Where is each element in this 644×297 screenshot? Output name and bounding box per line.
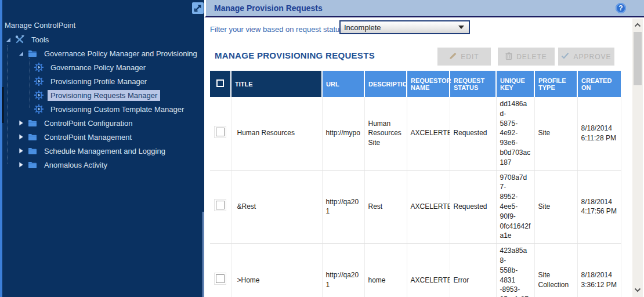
cell-description: Human Resources Site (364, 97, 407, 170)
scrollbar-thumb[interactable] (634, 32, 642, 85)
cell-requestor-name: AXCELERTES (407, 244, 450, 297)
cell-checkbox (210, 244, 231, 297)
table-row: Human Resourceshttp://mypoHuman Resource… (210, 97, 621, 170)
trash-icon (505, 52, 512, 61)
check-icon (561, 52, 569, 61)
cell-requestor-name: AXCELERTES (407, 170, 450, 244)
sidebar: Manage ControlPoint Tools Governance Pol… (0, 0, 204, 297)
scroll-down-icon[interactable] (632, 284, 643, 296)
cell-profile-type: Site (534, 97, 577, 170)
sidebar-item-label: Provisioning Profile Manager (48, 76, 150, 87)
select-all-checkbox[interactable] (216, 79, 224, 87)
gear-icon (34, 77, 44, 86)
cell-url: http://mypo (322, 97, 364, 170)
column-header-url[interactable]: URL (322, 71, 364, 97)
sidebar-item-label: Schedule Management and Logging (41, 146, 168, 157)
column-header-created-on[interactable]: CREATED ON (577, 71, 621, 97)
filter-label: Filter your view based on request status (210, 23, 343, 37)
sidebar-item[interactable]: Governance Policy Manager and Provisioni… (0, 46, 202, 60)
column-header-profile-type[interactable]: PROFILE TYPE (534, 71, 577, 97)
sidebar-root-label: Manage ControlPoint (5, 21, 75, 30)
column-header-unique-key[interactable]: UNIQUE KEY (496, 71, 534, 97)
column-header-description[interactable]: DESCRIPTION (364, 71, 407, 97)
cell-unique-key: 9708a7d7- 8952-4ee5- 90f9- 0fc41642fa1e (496, 170, 534, 244)
expanded-arrow-icon[interactable] (17, 50, 24, 57)
cell-checkbox (210, 97, 231, 170)
cell-title: &Rest (231, 170, 322, 244)
sidebar-item[interactable]: Schedule Management and Logging (0, 144, 202, 158)
sidebar-item-label: Governance Policy Manager and Provisioni… (41, 48, 200, 59)
sidebar-item[interactable]: Provisioning Profile Manager (0, 74, 202, 88)
collapsed-arrow-icon[interactable] (17, 161, 24, 168)
chevron-down-icon (458, 26, 464, 29)
sidebar-item[interactable]: ControlPoint Configuration (0, 116, 202, 130)
cell-request-status: Error (450, 244, 496, 297)
sidebar-item[interactable]: Tools (0, 32, 202, 46)
cell-created-on: 8/18/2014 4:17:56 PM (577, 170, 621, 244)
sidebar-item-label: Provisioning Requests Manager (48, 90, 160, 101)
main-panel: Filter your view based on request status… (204, 19, 632, 297)
cell-title: Human Resources (231, 97, 322, 170)
section-heading: MANAGE PROVISIONING REQUESTS (215, 50, 375, 60)
cell-request-status: Requested (450, 97, 496, 170)
collapsed-arrow-icon[interactable] (17, 133, 24, 140)
folder-icon (27, 118, 38, 128)
column-header-requestor-name[interactable]: REQUESTOR NAME (407, 71, 450, 97)
cell-unique-key: dd1486ad- 5875-4e92- 93e6- b0d703ac187 (496, 97, 534, 170)
row-checkbox[interactable] (216, 274, 225, 283)
collapsed-arrow-icon[interactable] (17, 119, 24, 126)
cell-created-on: 8/18/2014 6:11:28 PM (577, 97, 621, 170)
sidebar-item[interactable]: ControlPoint Management (0, 130, 202, 144)
cell-url: http://qa201 (322, 244, 364, 297)
edit-button[interactable]: EDIT (437, 48, 491, 66)
folder-icon (27, 49, 38, 58)
edit-button-label: EDIT (461, 53, 479, 61)
cell-profile-type: Site (534, 170, 577, 244)
gear-icon (34, 90, 44, 100)
requests-table: TITLE URL DESCRIPTION REQUESTOR NAME REQ… (210, 71, 621, 297)
table-header-row: TITLE URL DESCRIPTION REQUESTOR NAME REQ… (210, 71, 621, 97)
column-header-title[interactable]: TITLE (231, 71, 322, 97)
cell-request-status: Requested (450, 170, 496, 244)
table-row: &Resthttp://qa201RestAXCELERTESRequested… (210, 170, 621, 244)
row-checkbox[interactable] (216, 201, 225, 209)
sidebar-item[interactable]: Provisioning Requests Manager (0, 88, 202, 102)
select-all-header[interactable] (210, 71, 231, 97)
tools-icon (15, 35, 25, 44)
approve-button[interactable]: APPROVE (558, 48, 614, 66)
help-icon[interactable]: ? (616, 3, 626, 13)
sidebar-item[interactable]: Provisioning Custom Template Manager (0, 102, 202, 116)
cell-checkbox (210, 170, 231, 244)
sidebar-item-label: Provisioning Custom Template Manager (48, 104, 187, 115)
gear-icon (34, 104, 44, 114)
scroll-up-icon[interactable] (632, 19, 643, 31)
row-checkbox[interactable] (216, 128, 225, 136)
collapsed-arrow-icon[interactable] (17, 147, 24, 154)
status-filter-value: Incomplete (344, 23, 458, 32)
page-title: Manage Provision Requests (214, 3, 323, 13)
cell-url: http://qa201 (322, 170, 364, 244)
pencil-icon (449, 52, 457, 61)
cell-description: Rest (364, 170, 407, 244)
cell-requestor-name: AXCELERTES (407, 97, 450, 170)
sidebar-item[interactable]: Governance Policy Manager (0, 60, 202, 74)
popout-icon[interactable] (192, 2, 204, 14)
sidebar-divider (202, 212, 204, 297)
folder-icon (27, 160, 38, 169)
delete-button[interactable]: DELETE (498, 48, 555, 66)
gear-icon (34, 63, 44, 72)
status-filter-select[interactable]: Incomplete (339, 20, 470, 34)
folder-icon (27, 132, 38, 142)
table-row: >Homehttp://qa201homeAXCELERTESError423a… (210, 244, 621, 297)
cell-description: home (364, 244, 407, 297)
sidebar-item-label: Anomalous Activity (41, 160, 110, 171)
vertical-scrollbar[interactable] (632, 19, 643, 297)
approve-button-label: APPROVE (573, 53, 611, 61)
expanded-arrow-icon[interactable] (5, 36, 12, 43)
cell-profile-type: Site Collection (534, 244, 577, 297)
folder-icon (27, 146, 38, 155)
column-header-request-status[interactable]: REQUEST STATUS (450, 71, 496, 97)
sidebar-item[interactable]: Anomalous Activity (0, 158, 202, 172)
cell-created-on: 8/18/2014 3:36:12 PM (577, 244, 621, 297)
sidebar-item-label: Tools (28, 34, 52, 45)
